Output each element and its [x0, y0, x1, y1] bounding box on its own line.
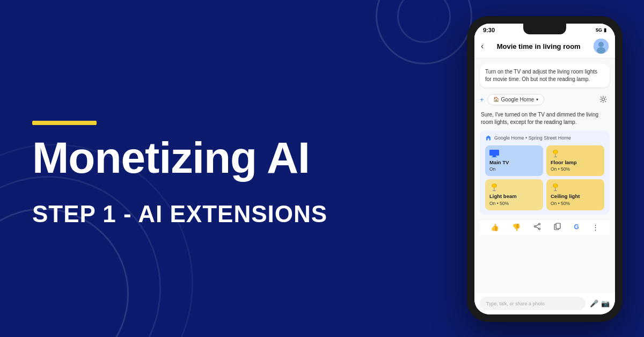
- chat-header: ‹ Movie time in living room: [474, 34, 615, 58]
- input-icons: 🎤 📷: [590, 299, 610, 307]
- google-g-button[interactable]: G: [574, 223, 579, 231]
- main-title: Monetizing AI: [32, 136, 408, 180]
- phone-mockup: 9:30 5G ▮ ‹ Movie time in living room: [467, 16, 623, 322]
- dropdown-chevron-icon: ▾: [536, 97, 538, 102]
- step-title: STEP 1 - AI EXTENSIONS: [32, 201, 408, 227]
- settings-gear-button[interactable]: [597, 93, 610, 106]
- device-card-light-beam[interactable]: Light beam On • 50%: [485, 179, 543, 210]
- google-home-logo-icon: [485, 135, 492, 141]
- svg-point-20: [535, 225, 536, 227]
- copy-button[interactable]: [554, 223, 561, 232]
- svg-point-16: [554, 184, 557, 187]
- google-home-card-header: Google Home • Spring Street Home: [485, 135, 604, 141]
- tv-device-icon: [489, 150, 499, 157]
- thumbs-down-button[interactable]: 👎: [512, 223, 521, 231]
- light-beam-name: Light beam: [489, 193, 539, 199]
- add-icon: +: [480, 96, 484, 104]
- google-home-location: Google Home • Spring Street Home: [494, 135, 571, 141]
- user-avatar: [594, 39, 609, 54]
- ceiling-light-icon: [551, 184, 560, 191]
- left-content-area: Monetizing AI STEP 1 - AI EXTENSIONS: [32, 0, 408, 337]
- thumbs-up-button[interactable]: 👍: [491, 223, 499, 231]
- user-message-text: Turn on the TV and adjust the living roo…: [485, 69, 597, 82]
- svg-rect-14: [493, 191, 496, 191]
- svg-point-21: [539, 228, 540, 230]
- device-card-ceiling-light[interactable]: Ceiling light On • 50%: [546, 179, 604, 210]
- input-placeholder: Type, talk, or share a photo: [486, 301, 545, 306]
- svg-rect-18: [554, 191, 557, 191]
- chat-input[interactable]: Type, talk, or share a photo: [480, 297, 586, 310]
- extension-label: Google Home: [501, 97, 535, 102]
- device-card-floor-lamp[interactable]: Floor lamp On • 50%: [546, 145, 604, 176]
- svg-rect-5: [493, 156, 496, 157]
- google-home-icon: 🏠: [493, 97, 499, 102]
- phone-notch: [523, 24, 566, 34]
- extension-pill[interactable]: 🏠 Google Home ▾: [487, 94, 545, 105]
- chat-title: Movie time in living room: [488, 42, 589, 50]
- floor-lamp-name: Floor lamp: [551, 159, 600, 165]
- svg-rect-9: [555, 154, 556, 157]
- svg-line-22: [536, 224, 539, 226]
- input-bar: Type, talk, or share a photo 🎤 📷: [474, 292, 615, 314]
- phone-frame: 9:30 5G ▮ ‹ Movie time in living room: [467, 16, 623, 322]
- user-message-bubble: Turn on the TV and adjust the living roo…: [480, 64, 610, 87]
- microphone-icon[interactable]: 🎤: [590, 299, 598, 307]
- svg-rect-25: [556, 223, 560, 229]
- battery-icon: ▮: [604, 27, 606, 33]
- light-beam-status: On • 50%: [489, 201, 539, 206]
- network-icon: 5G: [596, 27, 602, 33]
- phone-screen: 9:30 5G ▮ ‹ Movie time in living room: [474, 24, 615, 314]
- more-options-button[interactable]: ⋮: [592, 223, 599, 231]
- svg-point-12: [493, 184, 496, 187]
- tv-device-name: Main TV: [489, 159, 539, 165]
- floor-lamp-status: On • 50%: [551, 166, 600, 172]
- google-home-card: Google Home • Spring Street Home: [480, 130, 610, 215]
- accent-bar: [32, 121, 97, 125]
- status-time: 9:30: [483, 27, 495, 33]
- extension-selector[interactable]: + 🏠 Google Home ▾: [480, 92, 610, 107]
- light-beam-icon: [489, 184, 499, 191]
- svg-point-3: [602, 98, 605, 101]
- back-button[interactable]: ‹: [481, 41, 484, 51]
- svg-point-19: [539, 223, 540, 225]
- ceiling-light-status: On • 50%: [551, 201, 600, 206]
- svg-point-8: [554, 150, 557, 153]
- svg-line-23: [536, 226, 539, 228]
- svg-rect-6: [492, 157, 497, 157]
- status-icons: 5G ▮: [596, 27, 606, 33]
- action-bar: 👍 👎: [480, 219, 610, 235]
- device-grid: Main TV On: [485, 145, 604, 210]
- device-card-tv[interactable]: Main TV On: [485, 145, 543, 176]
- floor-lamp-icon: [551, 150, 560, 157]
- ceiling-light-name: Ceiling light: [551, 193, 600, 199]
- share-button[interactable]: [533, 223, 541, 232]
- tv-device-status: On: [489, 166, 539, 172]
- svg-rect-4: [489, 150, 499, 156]
- svg-point-1: [598, 42, 604, 47]
- svg-point-2: [597, 47, 605, 54]
- chat-body: Turn on the TV and adjust the living roo…: [474, 58, 615, 292]
- svg-rect-17: [555, 188, 556, 191]
- camera-icon[interactable]: 📷: [601, 299, 610, 307]
- ai-response-text: Sure, I've turned on the TV and dimmed t…: [480, 111, 610, 126]
- svg-rect-13: [494, 188, 495, 191]
- svg-rect-10: [554, 157, 557, 157]
